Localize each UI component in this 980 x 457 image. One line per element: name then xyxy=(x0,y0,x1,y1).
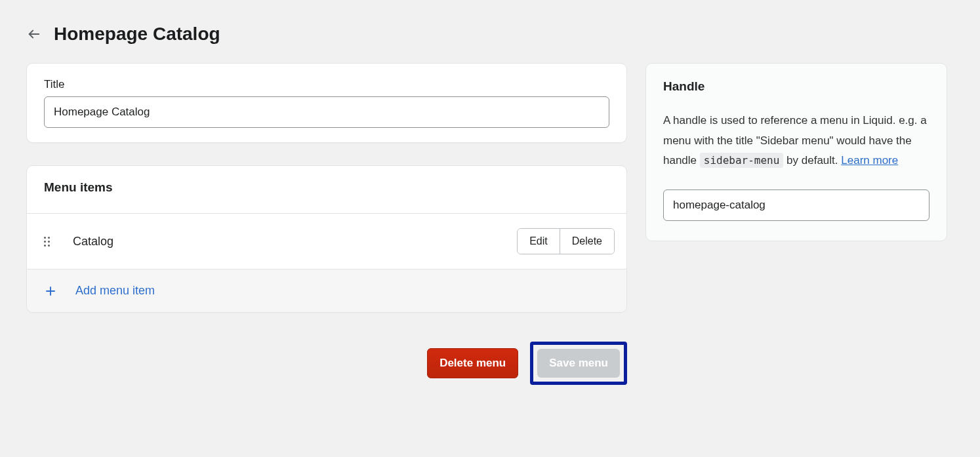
menu-items-card: Menu items Catalog Edit Delete xyxy=(26,165,627,313)
title-card: Title xyxy=(26,63,627,143)
menu-item-actions: Edit Delete xyxy=(517,228,615,254)
handle-description: A handle is used to reference a menu in … xyxy=(663,111,929,171)
title-input[interactable] xyxy=(44,96,609,128)
handle-card: Handle A handle is used to reference a m… xyxy=(645,63,947,241)
back-arrow-icon[interactable] xyxy=(26,26,42,42)
delete-button[interactable]: Delete xyxy=(560,229,614,254)
learn-more-link[interactable]: Learn more xyxy=(841,154,898,167)
actions-row: Delete menu Save menu xyxy=(26,342,627,385)
handle-input[interactable] xyxy=(663,189,929,221)
edit-button[interactable]: Edit xyxy=(518,229,560,254)
delete-menu-button[interactable]: Delete menu xyxy=(427,348,518,378)
page-title: Homepage Catalog xyxy=(54,24,220,45)
plus-icon xyxy=(44,285,57,298)
save-button-highlight: Save menu xyxy=(530,342,627,385)
add-menu-item-row[interactable]: Add menu item xyxy=(27,269,626,312)
menu-item-label: Catalog xyxy=(73,235,517,248)
title-label: Title xyxy=(44,78,609,91)
menu-items-header: Menu items xyxy=(27,166,626,213)
handle-code-example: sidebar-menu xyxy=(700,153,784,168)
save-menu-button[interactable]: Save menu xyxy=(537,349,620,378)
menu-item-row: Catalog Edit Delete xyxy=(27,214,626,269)
add-menu-item-label: Add menu item xyxy=(75,284,155,298)
handle-title: Handle xyxy=(663,79,929,94)
drag-handle-icon[interactable] xyxy=(44,237,54,247)
